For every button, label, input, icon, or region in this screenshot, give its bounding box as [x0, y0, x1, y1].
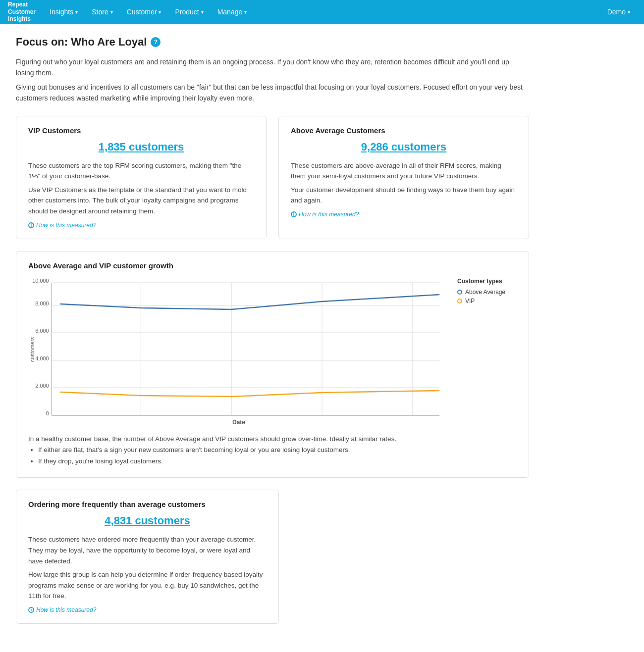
nav-user[interactable]: Demo ▾: [601, 5, 636, 19]
chart-container: 0 2,000 4,000 6,000 8,000 10,000 custome…: [28, 278, 517, 426]
main-content: Focus on: Who Are Loyal ? Figuring out w…: [0, 24, 545, 648]
nav-product-label: Product: [175, 8, 199, 16]
nav-store-label: Store: [92, 8, 108, 16]
legend-title: Customer types: [457, 278, 517, 285]
freq-card-desc2: How large this group is can help you det…: [28, 569, 267, 602]
above-avg-how-measured[interactable]: i How is this measured?: [291, 211, 517, 218]
above-avg-how-label: How is this measured?: [299, 211, 359, 218]
legend-above-avg-dot: [457, 290, 462, 295]
svg-text:8,000: 8,000: [35, 300, 49, 306]
chart-title: Above Average and VIP customer growth: [28, 261, 517, 270]
intro-text-2: Giving out bonuses and incentives to all…: [16, 82, 529, 104]
chart-legend: Customer types Above Average VIP: [457, 278, 517, 306]
nav-manage-label: Manage: [217, 8, 243, 16]
chart-notes: In a healthy customer base, the number o…: [28, 434, 517, 468]
vip-card-desc2: Use VIP Customers as the template or the…: [28, 185, 254, 217]
legend-vip: VIP: [457, 298, 517, 304]
vip-card: VIP Customers 1,835 customers These cust…: [16, 116, 267, 239]
nav-user-chevron: ▾: [628, 9, 630, 15]
freq-card: Ordering more frequently than average cu…: [16, 490, 279, 624]
above-avg-card-count[interactable]: 9,286 customers: [291, 141, 517, 153]
vip-card-count[interactable]: 1,835 customers: [28, 141, 254, 153]
chart-note-bullet-1: If either are flat, that's a sign your n…: [38, 445, 517, 456]
svg-text:6,000: 6,000: [35, 327, 49, 333]
above-avg-card: Above Average Customers 9,286 customers …: [278, 116, 529, 239]
navbar: Repeat Customer Insights Insights ▾ Stor…: [0, 0, 644, 24]
legend-vip-label: VIP: [465, 298, 475, 304]
above-avg-card-desc2: Your customer development should be find…: [291, 185, 517, 206]
freq-card-count[interactable]: 4,831 customers: [28, 514, 267, 527]
freq-how-icon: i: [28, 607, 34, 613]
svg-text:0: 0: [46, 410, 49, 416]
nav-user-label: Demo: [607, 8, 626, 16]
top-cards-row: VIP Customers 1,835 customers These cust…: [16, 116, 529, 239]
legend-vip-dot: [457, 299, 462, 303]
vip-how-icon: i: [28, 222, 34, 228]
freq-card-desc1: These customers have ordered more freque…: [28, 534, 267, 566]
nav-store-chevron: ▾: [110, 9, 113, 15]
line-chart: 0 2,000 4,000 6,000 8,000 10,000 custome…: [28, 278, 449, 416]
nav-customer-label: Customer: [127, 8, 157, 16]
nav-insights-label: Insights: [50, 8, 73, 16]
svg-text:customers: customers: [29, 337, 35, 362]
intro-text-1: Figuring out who your loyal customers ar…: [16, 56, 529, 79]
above-avg-card-title: Above Average Customers: [291, 126, 517, 135]
vip-how-label: How is this measured?: [36, 222, 96, 229]
empty-placeholder: [291, 490, 529, 624]
chart-note-intro: In a healthy customer base, the number o…: [28, 434, 517, 445]
legend-above-avg: Above Average: [457, 289, 517, 296]
nav-store[interactable]: Store ▾: [86, 5, 118, 19]
nav-insights-chevron: ▾: [75, 9, 78, 15]
svg-text:2,000: 2,000: [35, 382, 49, 388]
nav-product-chevron: ▾: [201, 9, 204, 15]
help-icon[interactable]: ?: [151, 37, 161, 47]
vip-card-title: VIP Customers: [28, 126, 254, 135]
nav-manage[interactable]: Manage ▾: [212, 5, 253, 19]
above-avg-how-icon: i: [291, 211, 297, 217]
chart-section: Above Average and VIP customer growth 0 …: [16, 251, 529, 478]
vip-card-desc1: These customers are the top RFM scoring …: [28, 160, 254, 182]
brand-logo: Repeat Customer Insights: [8, 1, 36, 22]
nav-product[interactable]: Product ▾: [169, 5, 209, 19]
page-title-area: Focus on: Who Are Loyal ?: [16, 36, 529, 49]
nav-customer-chevron: ▾: [159, 9, 161, 15]
nav-insights[interactable]: Insights ▾: [44, 5, 84, 19]
page-title: Focus on: Who Are Loyal: [16, 36, 147, 49]
nav-customer[interactable]: Customer ▾: [121, 5, 167, 19]
chart-note-bullet-2: If they drop, you're losing loyal custom…: [38, 456, 517, 467]
nav-manage-chevron: ▾: [244, 9, 247, 15]
freq-how-label: How is this measured?: [36, 606, 96, 613]
svg-text:4,000: 4,000: [35, 355, 49, 361]
legend-above-avg-label: Above Average: [465, 289, 505, 296]
above-avg-card-desc1: These customers are above-average in all…: [291, 160, 517, 182]
freq-card-title: Ordering more frequently than average cu…: [28, 500, 267, 508]
x-axis-label: Date: [28, 419, 449, 426]
vip-how-measured[interactable]: i How is this measured?: [28, 222, 254, 229]
bottom-cards-row: Ordering more frequently than average cu…: [16, 490, 529, 624]
freq-how-measured[interactable]: i How is this measured?: [28, 606, 267, 613]
chart-wrap: 0 2,000 4,000 6,000 8,000 10,000 custome…: [28, 278, 449, 426]
svg-text:10,000: 10,000: [32, 278, 49, 284]
